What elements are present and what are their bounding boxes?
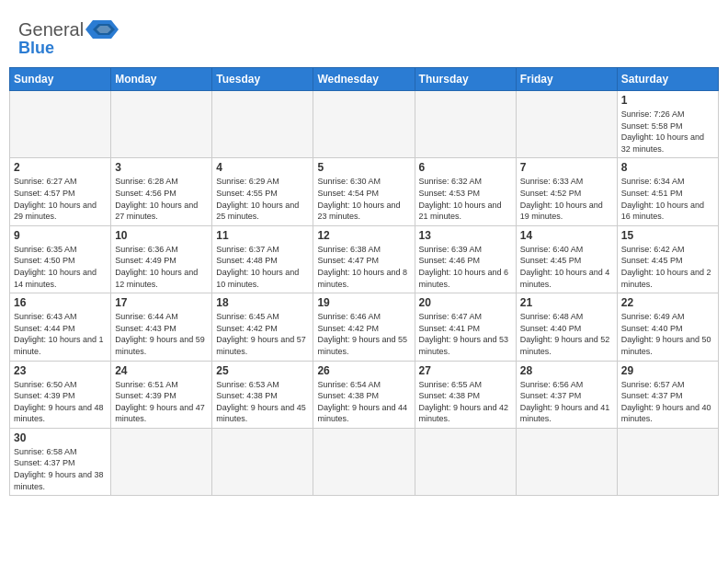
- calendar-day-cell: 4Sunrise: 6:29 AM Sunset: 4:55 PM Daylig…: [212, 158, 313, 225]
- day-info: Sunrise: 6:57 AM Sunset: 4:37 PM Dayligh…: [621, 379, 714, 425]
- calendar-day-cell: 8Sunrise: 6:34 AM Sunset: 4:51 PM Daylig…: [617, 158, 718, 225]
- day-number: 7: [520, 161, 613, 174]
- calendar-day-cell: [415, 428, 516, 495]
- day-number: 2: [14, 161, 107, 174]
- day-number: 8: [621, 161, 714, 174]
- day-info: Sunrise: 6:53 AM Sunset: 4:38 PM Dayligh…: [216, 379, 309, 425]
- day-info: Sunrise: 6:34 AM Sunset: 4:51 PM Dayligh…: [621, 176, 714, 222]
- day-number: 6: [419, 161, 512, 174]
- day-number: 22: [621, 296, 714, 309]
- day-number: 16: [14, 296, 107, 309]
- day-info: Sunrise: 6:33 AM Sunset: 4:52 PM Dayligh…: [520, 176, 613, 222]
- calendar-day-cell: 12Sunrise: 6:38 AM Sunset: 4:47 PM Dayli…: [313, 225, 415, 293]
- day-number: 23: [14, 364, 107, 377]
- day-info: Sunrise: 6:56 AM Sunset: 4:37 PM Dayligh…: [520, 379, 613, 425]
- calendar-day-cell: [111, 91, 212, 158]
- calendar-day-cell: [10, 91, 111, 158]
- day-info: Sunrise: 6:43 AM Sunset: 4:44 PM Dayligh…: [14, 311, 107, 357]
- day-number: 20: [419, 296, 512, 309]
- calendar-day-cell: 11Sunrise: 6:37 AM Sunset: 4:48 PM Dayli…: [212, 225, 313, 293]
- day-number: 11: [216, 229, 309, 242]
- calendar-day-cell: 18Sunrise: 6:45 AM Sunset: 4:42 PM Dayli…: [212, 293, 313, 361]
- day-number: 30: [14, 431, 107, 444]
- day-info: Sunrise: 6:38 AM Sunset: 4:47 PM Dayligh…: [317, 244, 410, 290]
- day-number: 14: [520, 229, 613, 242]
- day-number: 25: [216, 364, 309, 377]
- logo-blue-text: Blue: [18, 39, 54, 58]
- calendar-day-cell: 23Sunrise: 6:50 AM Sunset: 4:39 PM Dayli…: [10, 361, 111, 428]
- day-info: Sunrise: 6:51 AM Sunset: 4:39 PM Dayligh…: [115, 379, 208, 425]
- day-number: 28: [520, 364, 613, 377]
- day-info: Sunrise: 6:27 AM Sunset: 4:57 PM Dayligh…: [14, 176, 107, 222]
- weekday-header-saturday: Saturday: [617, 68, 718, 91]
- weekday-header-sunday: Sunday: [10, 68, 111, 91]
- calendar-day-cell: [617, 428, 718, 495]
- day-number: 3: [115, 161, 208, 174]
- day-number: 29: [621, 364, 714, 377]
- day-info: Sunrise: 6:44 AM Sunset: 4:43 PM Dayligh…: [115, 311, 208, 357]
- day-info: Sunrise: 6:49 AM Sunset: 4:40 PM Dayligh…: [621, 311, 714, 357]
- calendar-day-cell: 17Sunrise: 6:44 AM Sunset: 4:43 PM Dayli…: [111, 293, 212, 361]
- calendar-week-row-5: 30Sunrise: 6:58 AM Sunset: 4:37 PM Dayli…: [10, 428, 719, 495]
- calendar-day-cell: 3Sunrise: 6:28 AM Sunset: 4:56 PM Daylig…: [111, 158, 212, 225]
- calendar-day-cell: 26Sunrise: 6:54 AM Sunset: 4:38 PM Dayli…: [313, 361, 415, 428]
- day-number: 17: [115, 296, 208, 309]
- weekday-header-wednesday: Wednesday: [313, 68, 415, 91]
- day-number: 12: [317, 229, 410, 242]
- calendar-day-cell: 24Sunrise: 6:51 AM Sunset: 4:39 PM Dayli…: [111, 361, 212, 428]
- calendar-day-cell: [212, 428, 313, 495]
- weekday-header-monday: Monday: [111, 68, 212, 91]
- day-info: Sunrise: 6:35 AM Sunset: 4:50 PM Dayligh…: [14, 244, 107, 290]
- calendar-day-cell: 9Sunrise: 6:35 AM Sunset: 4:50 PM Daylig…: [10, 225, 111, 293]
- day-info: Sunrise: 6:55 AM Sunset: 4:38 PM Dayligh…: [419, 379, 512, 425]
- day-info: Sunrise: 6:45 AM Sunset: 4:42 PM Dayligh…: [216, 311, 309, 357]
- calendar-week-row-1: 2Sunrise: 6:27 AM Sunset: 4:57 PM Daylig…: [10, 158, 719, 225]
- day-number: 4: [216, 161, 309, 174]
- calendar-week-row-2: 9Sunrise: 6:35 AM Sunset: 4:50 PM Daylig…: [10, 225, 719, 293]
- day-info: Sunrise: 6:42 AM Sunset: 4:45 PM Dayligh…: [621, 244, 714, 290]
- day-number: 24: [115, 364, 208, 377]
- day-info: Sunrise: 6:32 AM Sunset: 4:53 PM Dayligh…: [419, 176, 512, 222]
- day-number: 1: [621, 94, 714, 107]
- calendar-day-cell: 22Sunrise: 6:49 AM Sunset: 4:40 PM Dayli…: [617, 293, 718, 361]
- day-info: Sunrise: 6:40 AM Sunset: 4:45 PM Dayligh…: [520, 244, 613, 290]
- calendar-day-cell: 1Sunrise: 7:26 AM Sunset: 5:58 PM Daylig…: [617, 91, 718, 158]
- day-info: Sunrise: 6:47 AM Sunset: 4:41 PM Dayligh…: [419, 311, 512, 357]
- calendar-day-cell: 25Sunrise: 6:53 AM Sunset: 4:38 PM Dayli…: [212, 361, 313, 428]
- day-number: 9: [14, 229, 107, 242]
- calendar-day-cell: 19Sunrise: 6:46 AM Sunset: 4:42 PM Dayli…: [313, 293, 415, 361]
- calendar-day-cell: 7Sunrise: 6:33 AM Sunset: 4:52 PM Daylig…: [516, 158, 617, 225]
- calendar-day-cell: 13Sunrise: 6:39 AM Sunset: 4:46 PM Dayli…: [415, 225, 516, 293]
- calendar-day-cell: [313, 91, 415, 158]
- calendar-week-row-0: 1Sunrise: 7:26 AM Sunset: 5:58 PM Daylig…: [10, 91, 719, 158]
- calendar-day-cell: [415, 91, 516, 158]
- logo-icon: [85, 17, 119, 42]
- day-number: 18: [216, 296, 309, 309]
- calendar-table: SundayMondayTuesdayWednesdayThursdayFrid…: [9, 67, 719, 496]
- weekday-header-tuesday: Tuesday: [212, 68, 313, 91]
- calendar-day-cell: 28Sunrise: 6:56 AM Sunset: 4:37 PM Dayli…: [516, 361, 617, 428]
- calendar-week-row-3: 16Sunrise: 6:43 AM Sunset: 4:44 PM Dayli…: [10, 293, 719, 361]
- header: General Blue: [9, 9, 719, 63]
- calendar-week-row-4: 23Sunrise: 6:50 AM Sunset: 4:39 PM Dayli…: [10, 361, 719, 428]
- day-number: 5: [317, 161, 410, 174]
- day-info: Sunrise: 6:30 AM Sunset: 4:54 PM Dayligh…: [317, 176, 410, 222]
- calendar-day-cell: 6Sunrise: 6:32 AM Sunset: 4:53 PM Daylig…: [415, 158, 516, 225]
- day-info: Sunrise: 6:29 AM Sunset: 4:55 PM Dayligh…: [216, 176, 309, 222]
- calendar-day-cell: [111, 428, 212, 495]
- calendar-day-cell: 21Sunrise: 6:48 AM Sunset: 4:40 PM Dayli…: [516, 293, 617, 361]
- calendar-day-cell: [212, 91, 313, 158]
- weekday-header-row: SundayMondayTuesdayWednesdayThursdayFrid…: [10, 68, 719, 91]
- logo-general-text: General: [18, 19, 84, 40]
- day-info: Sunrise: 6:46 AM Sunset: 4:42 PM Dayligh…: [317, 311, 410, 357]
- day-info: Sunrise: 6:58 AM Sunset: 4:37 PM Dayligh…: [14, 446, 107, 492]
- calendar-day-cell: 20Sunrise: 6:47 AM Sunset: 4:41 PM Dayli…: [415, 293, 516, 361]
- day-number: 26: [317, 364, 410, 377]
- calendar-day-cell: 5Sunrise: 6:30 AM Sunset: 4:54 PM Daylig…: [313, 158, 415, 225]
- day-info: Sunrise: 6:36 AM Sunset: 4:49 PM Dayligh…: [115, 244, 208, 290]
- day-info: Sunrise: 6:54 AM Sunset: 4:38 PM Dayligh…: [317, 379, 410, 425]
- day-info: Sunrise: 6:39 AM Sunset: 4:46 PM Dayligh…: [419, 244, 512, 290]
- calendar-day-cell: [516, 428, 617, 495]
- day-number: 10: [115, 229, 208, 242]
- weekday-header-thursday: Thursday: [415, 68, 516, 91]
